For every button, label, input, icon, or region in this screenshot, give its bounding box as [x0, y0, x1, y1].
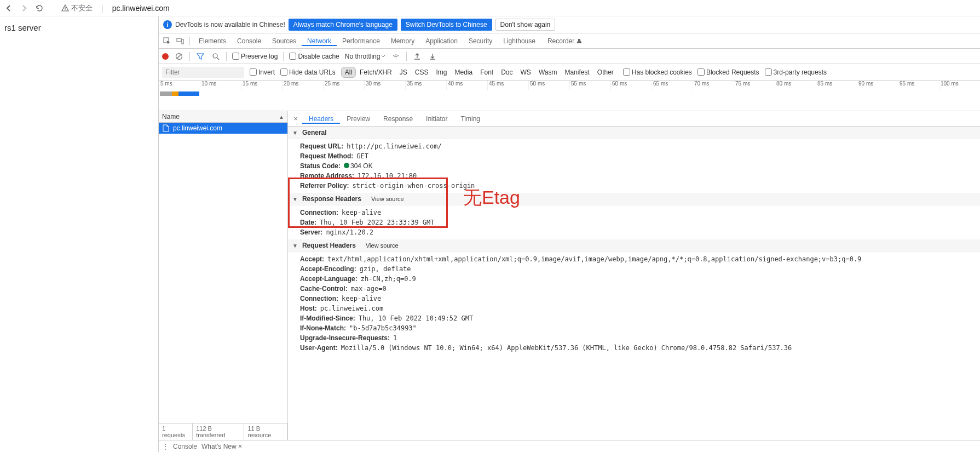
tab-performance[interactable]: Performance: [337, 37, 385, 45]
devtools-tabs: ElementsConsoleSourcesNetworkPerformance…: [159, 33, 980, 49]
reload-icon[interactable]: [35, 4, 44, 13]
status-dot-icon: [344, 163, 349, 168]
infobar-text: DevTools is now available in Chinese!: [175, 21, 285, 28]
document-icon: [162, 124, 170, 132]
svg-rect-3: [177, 38, 181, 42]
timeline[interactable]: 5 ms10 ms15 ms20 ms25 ms30 ms35 ms40 ms4…: [159, 81, 980, 111]
detail-tab-headers[interactable]: Headers: [302, 115, 340, 124]
close-icon[interactable]: ×: [290, 115, 301, 123]
svg-point-1: [65, 9, 66, 10]
detail-tab-preview[interactable]: Preview: [340, 115, 377, 123]
timeline-tick: 95 ms: [898, 81, 939, 90]
chevron-down-icon: [381, 54, 385, 59]
tab-application[interactable]: Application: [420, 37, 463, 45]
network-toolbar: Preserve log Disable cache No throttling: [159, 49, 980, 64]
request-name: pc.linweiwei.com: [173, 124, 222, 132]
tab-network[interactable]: Network: [302, 37, 337, 46]
blocked-cookies-checkbox[interactable]: Has blocked cookies: [623, 68, 692, 76]
timeline-tick: 15 ms: [241, 81, 282, 90]
filter-type-media[interactable]: Media: [451, 67, 476, 78]
svg-rect-4: [182, 39, 183, 44]
security-text: 不安全: [71, 3, 93, 13]
response-headers-section[interactable]: ▼Response HeadersView source: [288, 193, 980, 205]
tab-console[interactable]: Console: [232, 37, 267, 45]
filter-input[interactable]: [162, 67, 244, 78]
detail-tab-initiator[interactable]: Initiator: [419, 115, 454, 123]
wifi-icon[interactable]: [391, 52, 401, 61]
filter-type-fetchxhr[interactable]: Fetch/XHR: [356, 67, 396, 78]
detail-tab-response[interactable]: Response: [377, 115, 419, 123]
hide-data-urls-checkbox[interactable]: Hide data URLs: [280, 68, 336, 76]
page-content: rs1 server: [0, 16, 158, 452]
filter-type-other[interactable]: Other: [593, 67, 618, 78]
page-text: rs1 server: [4, 23, 41, 32]
svg-line-8: [217, 58, 219, 60]
tab-elements[interactable]: Elements: [193, 37, 232, 45]
drawer-tab-whatsnew[interactable]: What's New ×: [201, 443, 242, 450]
blocked-requests-checkbox[interactable]: Blocked Requests: [697, 68, 759, 76]
drawer: ⋮ Console What's New ×: [159, 440, 980, 452]
filter-type-css[interactable]: CSS: [411, 67, 433, 78]
forward-icon[interactable]: [20, 4, 28, 13]
timeline-tick: 55 ms: [569, 81, 610, 90]
preserve-log-checkbox[interactable]: Preserve log: [232, 53, 278, 60]
timeline-tick: 60 ms: [610, 81, 652, 90]
flask-icon: [577, 38, 582, 44]
filter-type-ws[interactable]: WS: [517, 67, 535, 78]
filter-type-all[interactable]: All: [341, 67, 356, 78]
third-party-checkbox[interactable]: 3rd-party requests: [765, 68, 827, 76]
download-icon[interactable]: [428, 52, 437, 61]
dont-show-button[interactable]: Don't show again: [495, 19, 556, 31]
timeline-tick: 10 ms: [200, 81, 241, 90]
record-button[interactable]: [162, 53, 169, 60]
view-source-link[interactable]: View source: [371, 196, 404, 202]
filter-type-wasm[interactable]: Wasm: [535, 67, 561, 78]
view-source-link[interactable]: View source: [366, 242, 399, 249]
tab-memory[interactable]: Memory: [385, 37, 420, 45]
switch-language-button[interactable]: Switch DevTools to Chinese: [401, 19, 492, 31]
request-item[interactable]: pc.linweiwei.com: [159, 123, 287, 134]
info-icon: i: [163, 20, 172, 29]
disable-cache-checkbox[interactable]: Disable cache: [289, 53, 339, 60]
general-section[interactable]: ▼General: [288, 127, 980, 139]
timeline-tick: 75 ms: [734, 81, 775, 90]
back-icon[interactable]: [4, 4, 13, 13]
search-icon[interactable]: [211, 52, 221, 61]
inspect-icon[interactable]: [161, 35, 173, 47]
tab-lighthouse[interactable]: Lighthouse: [498, 37, 541, 45]
filter-icon[interactable]: [195, 52, 205, 61]
request-headers-section[interactable]: ▼Request HeadersView source: [288, 239, 980, 252]
security-indicator[interactable]: 不安全: [61, 3, 93, 13]
invert-checkbox[interactable]: Invert: [250, 68, 275, 76]
detail-tab-timing[interactable]: Timing: [454, 115, 487, 123]
filter-type-js[interactable]: JS: [396, 67, 411, 78]
filter-type-font[interactable]: Font: [476, 67, 497, 78]
timeline-tick: 35 ms: [405, 81, 446, 90]
timeline-tick: 100 ms: [939, 81, 980, 90]
filter-type-manifest[interactable]: Manifest: [561, 67, 593, 78]
timeline-tick: 85 ms: [816, 81, 857, 90]
drawer-menu-icon[interactable]: ⋮: [162, 443, 169, 450]
infobar: i DevTools is now available in Chinese! …: [159, 16, 980, 33]
warning-icon: [61, 4, 69, 12]
address-url[interactable]: pc.linweiwei.com: [112, 4, 170, 13]
devtools-panel: i DevTools is now available in Chinese! …: [158, 16, 980, 452]
drawer-tab-console[interactable]: Console: [173, 443, 197, 450]
upload-icon[interactable]: [412, 52, 422, 61]
tab-sources[interactable]: Sources: [267, 37, 302, 45]
match-language-button[interactable]: Always match Chrome's language: [289, 19, 397, 31]
detail-tabs: × HeadersPreviewResponseInitiatorTiming: [288, 111, 980, 127]
filter-row: Invert Hide data URLs AllFetch/XHRJSCSSI…: [159, 64, 980, 81]
throttling-select[interactable]: No throttling: [345, 53, 386, 60]
name-column-header[interactable]: Name ▲: [159, 111, 287, 123]
svg-line-6: [177, 54, 181, 59]
close-icon[interactable]: ×: [238, 443, 242, 450]
tab-security[interactable]: Security: [463, 37, 498, 45]
timeline-tick: 90 ms: [857, 81, 898, 90]
sort-icon[interactable]: ▲: [279, 114, 284, 120]
clear-icon[interactable]: [174, 52, 184, 61]
tab-recorder[interactable]: Recorder: [542, 33, 587, 49]
filter-type-doc[interactable]: Doc: [497, 67, 516, 78]
device-icon[interactable]: [174, 35, 186, 47]
filter-type-img[interactable]: Img: [432, 67, 451, 78]
